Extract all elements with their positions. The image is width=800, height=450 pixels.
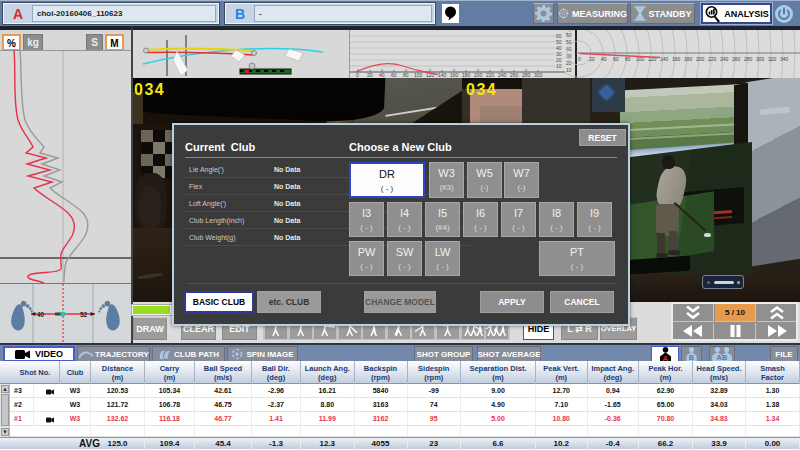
svg-text:0: 0 xyxy=(578,56,581,62)
svg-text:260: 260 xyxy=(732,56,741,62)
svg-text:180: 180 xyxy=(684,56,693,62)
svg-text:280: 280 xyxy=(744,56,753,62)
svg-text:200: 200 xyxy=(696,56,705,62)
svg-text:340: 340 xyxy=(780,56,789,62)
svg-text:320: 320 xyxy=(768,56,777,62)
svg-text:20: 20 xyxy=(566,60,572,66)
svg-text:240: 240 xyxy=(720,56,729,62)
svg-text:20: 20 xyxy=(589,56,595,62)
svg-text:220: 220 xyxy=(708,56,717,62)
svg-text:60: 60 xyxy=(566,32,572,38)
svg-text:52: 52 xyxy=(80,311,88,318)
svg-text:10: 10 xyxy=(566,67,572,73)
svg-text:AB: AB xyxy=(717,353,728,361)
svg-text:B: B xyxy=(689,353,695,361)
svg-text:140: 140 xyxy=(660,56,669,62)
svg-text:60: 60 xyxy=(613,56,619,62)
svg-text:80: 80 xyxy=(625,56,631,62)
svg-text:40: 40 xyxy=(37,311,45,318)
svg-text:40: 40 xyxy=(601,56,607,62)
svg-text:10: 10 xyxy=(556,63,562,69)
svg-text:300: 300 xyxy=(756,56,765,62)
svg-text:160: 160 xyxy=(672,56,681,62)
